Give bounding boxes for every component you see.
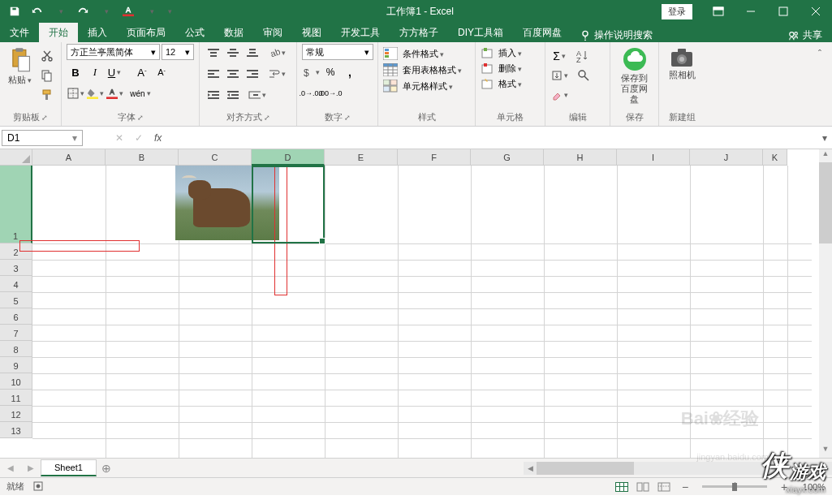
tab-file[interactable]: 文件 [0,23,39,42]
font-size-combo[interactable]: 12▾ [162,44,194,60]
tab-diy[interactable]: DIY工具箱 [448,23,513,42]
column-header-I[interactable]: I [617,149,690,166]
find-select-button[interactable] [575,67,593,84]
format-painter-button[interactable] [38,86,56,104]
formula-bar-input[interactable] [168,131,817,145]
save-baidu-button[interactable]: 保存到百度网盘 [618,44,652,109]
align-middle-button[interactable] [224,44,242,62]
accounting-format-button[interactable]: $ [302,63,320,81]
align-left-button[interactable] [205,65,222,83]
font-color-qat[interactable] [117,0,140,23]
column-header-B[interactable]: B [106,149,179,166]
decrease-decimal-button[interactable]: .00→.0 [321,84,339,102]
column-header-D[interactable]: D [252,149,325,166]
column-header-K[interactable]: K [763,149,787,166]
column-header-C[interactable]: C [179,149,252,166]
login-button[interactable]: 登录 [662,4,692,19]
align-center-button[interactable] [224,65,242,83]
fill-color-button[interactable] [86,84,104,102]
cell-styles-button[interactable]: 单元格样式 [383,80,453,93]
undo-button[interactable] [26,0,49,23]
clipboard-launcher[interactable]: ⤢ [41,114,48,122]
tab-ffgz[interactable]: 方方格子 [390,23,448,42]
format-cells-button[interactable]: 格式 [481,78,522,90]
wrap-text-button[interactable] [268,65,286,83]
column-header-H[interactable]: H [544,149,617,166]
share-button[interactable]: 共享 [788,28,822,42]
normal-view-button[interactable] [613,480,631,494]
column-header-E[interactable]: E [325,149,398,166]
sheet-nav-prev[interactable]: ◀ [7,463,14,472]
tab-formulas[interactable]: 公式 [175,23,214,42]
undo-dropdown[interactable] [49,0,71,23]
row-header-2[interactable]: 2 [0,243,32,260]
paste-button[interactable]: 粘贴 [5,44,35,88]
page-break-view-button[interactable] [655,480,673,494]
tab-insert[interactable]: 插入 [78,23,117,42]
decrease-font-button[interactable]: Aˇ [153,63,170,81]
close-button[interactable] [800,0,832,23]
increase-font-button[interactable]: Aˆ [133,63,151,81]
number-format-combo[interactable]: 常规▾ [302,44,373,60]
comma-button[interactable]: , [341,63,359,81]
tab-data[interactable]: 数据 [214,23,253,42]
redo-dropdown[interactable] [94,0,117,23]
row-header-8[interactable]: 8 [0,341,32,357]
tab-view[interactable]: 视图 [292,23,331,42]
percent-button[interactable]: % [321,63,339,81]
font-launcher[interactable]: ⤢ [137,114,144,122]
sheet-nav-next[interactable]: ▶ [28,463,34,472]
row-header-7[interactable]: 7 [0,325,32,341]
increase-decimal-button[interactable]: .0→.00 [302,84,320,102]
tab-review[interactable]: 审阅 [253,23,292,42]
ribbon-display-options[interactable] [702,0,735,23]
column-header-G[interactable]: G [471,149,544,166]
clear-button[interactable] [550,86,568,104]
zoom-out-button[interactable]: − [676,480,694,494]
camera-button[interactable]: 照相机 [665,44,699,84]
delete-cells-button[interactable]: 删除 [481,62,522,75]
increase-indent-button[interactable] [224,86,242,104]
column-header-J[interactable]: J [690,149,763,166]
cut-button[interactable] [38,47,56,65]
sheet-tab-1[interactable]: Sheet1 [41,459,97,476]
cancel-formula-icon[interactable]: ✕ [115,132,123,144]
row-header-5[interactable]: 5 [0,292,32,308]
zoom-in-button[interactable]: + [775,480,793,494]
maximize-button[interactable] [767,0,800,23]
expand-formula-bar[interactable]: ▾ [817,132,832,144]
column-header-A[interactable]: A [32,149,106,166]
font-color-button[interactable] [106,84,123,102]
row-header-12[interactable]: 12 [0,406,32,422]
row-header-10[interactable]: 10 [0,373,32,390]
tab-developer[interactable]: 开发工具 [331,23,390,42]
format-as-table-button[interactable]: 套用表格格式 [383,63,462,76]
align-top-button[interactable] [205,44,222,62]
tab-layout[interactable]: 页面布局 [117,23,175,42]
fill-button[interactable] [550,67,568,84]
row-header-13[interactable]: 13 [0,422,32,438]
select-all-button[interactable] [0,149,32,166]
new-sheet-button[interactable]: ⊕ [97,459,116,478]
row-header-11[interactable]: 11 [0,390,32,406]
horizontal-scrollbar[interactable]: ◀ ▶ [524,462,832,475]
borders-button[interactable] [67,84,84,102]
tab-baidu[interactable]: 百度网盘 [513,23,571,42]
font-name-combo[interactable]: 方正兰亭黑简体▾ [67,44,160,60]
redo-button[interactable] [71,0,94,23]
row-header-4[interactable]: 4 [0,276,32,292]
insert-function-button[interactable]: fx [154,132,162,144]
minimize-button[interactable] [735,0,767,23]
underline-button[interactable]: U [106,63,123,81]
macro-record-icon[interactable] [32,480,44,493]
column-header-F[interactable]: F [398,149,471,166]
phonetic-button[interactable]: wén [131,84,149,102]
alignment-launcher[interactable]: ⤢ [264,114,270,122]
zoom-slider[interactable] [702,485,767,488]
bold-button[interactable]: B [67,63,84,81]
customize-qat[interactable] [162,0,175,23]
orientation-button[interactable]: ab [268,44,286,62]
save-button[interactable] [3,0,26,23]
insert-cells-button[interactable]: 插入 [481,47,522,59]
decrease-indent-button[interactable] [205,86,222,104]
